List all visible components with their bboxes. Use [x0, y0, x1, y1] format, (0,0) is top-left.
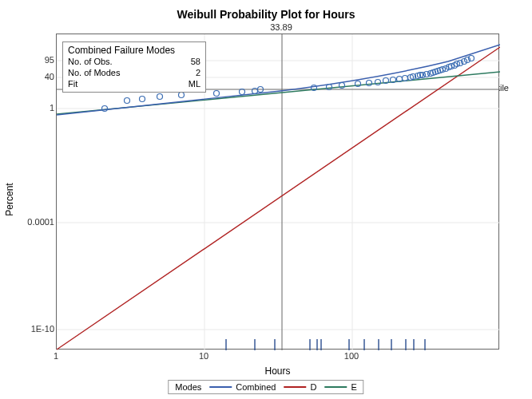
x-tick: 1 [54, 351, 58, 361]
svg-point-12 [214, 91, 220, 97]
info-value: 58 [191, 57, 200, 68]
legend-swatch [284, 386, 306, 388]
info-row: No. of Obs. 58 [68, 57, 200, 68]
svg-point-9 [140, 97, 145, 102]
info-label: No. of Obs. [68, 57, 113, 68]
x-axis-label: Hours [56, 365, 499, 377]
info-box-header: Combined Failure Modes [68, 45, 200, 57]
legend: Modes Combined D E [168, 380, 363, 394]
info-row: Fit ML [68, 79, 200, 90]
y-tick: 0.0001 [6, 217, 54, 227]
legend-text: E [351, 382, 356, 392]
weibull-probability-plot: Weibull Probability Plot for Hours Perce… [0, 0, 532, 399]
svg-point-25 [403, 76, 408, 81]
legend-item-e: E [324, 382, 356, 392]
chart-title: Weibull Probability Plot for Hours [0, 0, 532, 21]
legend-swatch [324, 386, 347, 388]
legend-text: Combined [236, 382, 276, 392]
svg-point-21 [375, 80, 381, 85]
x-tick: 100 [344, 351, 359, 361]
svg-point-13 [240, 89, 245, 95]
info-value: ML [189, 79, 200, 90]
svg-point-8 [125, 98, 130, 104]
info-label: Fit [68, 79, 77, 90]
svg-point-20 [367, 81, 372, 86]
info-row: No. of Modes 2 [68, 68, 200, 79]
svg-point-17 [327, 85, 332, 90]
rug-ticks [226, 339, 425, 350]
y-tick: 1 [6, 103, 54, 113]
legend-swatch [209, 386, 232, 388]
x-tick: 10 [199, 351, 208, 361]
legend-title: Modes [175, 382, 201, 392]
y-tick: 95 [6, 55, 54, 65]
svg-point-11 [179, 93, 185, 98]
legend-text: D [310, 382, 316, 392]
y-tick: 1E-10 [6, 324, 54, 334]
y-axis-label: Percent [4, 183, 15, 215]
svg-point-10 [157, 94, 163, 100]
vertical-refline-label: 33.89 [270, 22, 292, 32]
legend-item-combined: Combined [209, 382, 276, 392]
info-box: Combined Failure Modes No. of Obs. 58 No… [62, 41, 206, 93]
info-label: No. of Modes [68, 68, 120, 79]
info-value: 2 [196, 68, 200, 79]
legend-item-d: D [284, 382, 316, 392]
y-tick: 40 [6, 72, 54, 81]
